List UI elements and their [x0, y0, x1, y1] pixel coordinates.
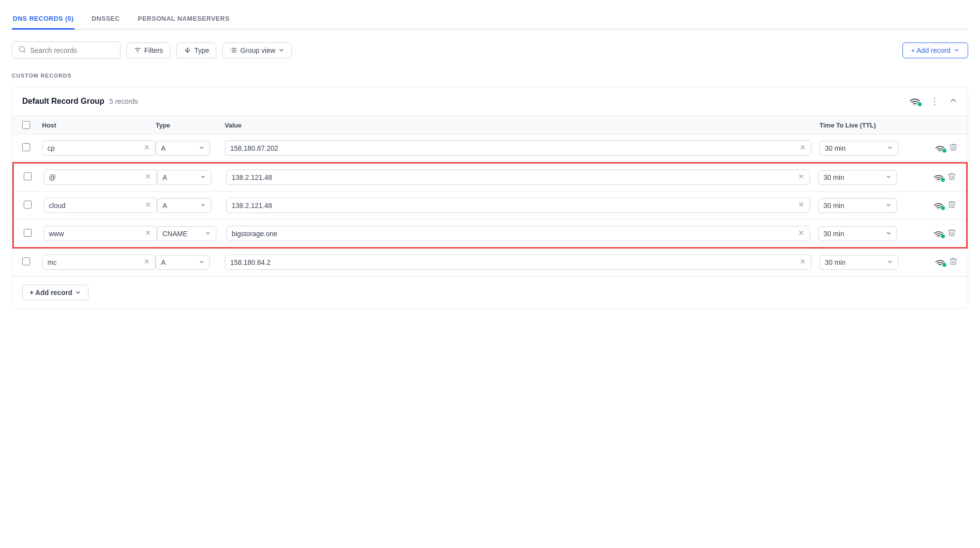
filters-icon — [134, 46, 141, 54]
ttl-chevron-icon-cloud — [886, 202, 892, 210]
record-group: Default Record Group 5 records ⋮ — [12, 86, 968, 309]
search-icon — [18, 45, 26, 55]
search-input[interactable] — [30, 46, 109, 54]
row-wifi-dot-cp — [942, 149, 946, 153]
add-record-button[interactable]: + Add record — [902, 42, 968, 58]
type-select-mc[interactable]: A — [156, 255, 210, 270]
host-field-cloud[interactable]: cloud — [43, 198, 157, 213]
filters-label: Filters — [144, 46, 163, 54]
select-all-checkbox[interactable] — [22, 121, 30, 129]
type-chevron-icon-at — [200, 173, 206, 181]
add-record-label: + Add record — [911, 46, 950, 54]
tab-dnssec[interactable]: DNSSEC — [90, 10, 121, 30]
row-wifi-icon-cloud — [934, 202, 943, 210]
group-title: Default Record Group — [22, 97, 104, 106]
row-checkbox-cp[interactable] — [22, 143, 30, 151]
col-value: Value — [225, 121, 819, 129]
value-field-cp[interactable]: 158.180.87.202 — [225, 140, 812, 156]
tab-dns-records[interactable]: DNS RECORDS (5) — [12, 10, 75, 30]
row-checkbox-cloud[interactable] — [24, 201, 32, 209]
clear-value-cloud-button[interactable] — [798, 201, 805, 210]
section-label: CUSTOM RECORDS — [12, 73, 968, 79]
type-select-cloud[interactable]: A — [157, 198, 211, 213]
ttl-chevron-icon-mc — [887, 258, 893, 266]
row-wifi-icon-www — [934, 230, 943, 238]
row-wifi-icon-at — [934, 173, 943, 181]
delete-button-at[interactable] — [947, 172, 956, 182]
table-row: cp A 158.180.87.202 — [12, 134, 968, 162]
type-chevron-icon-mc — [199, 258, 204, 266]
page-wrapper: DNS RECORDS (5) DNSSEC PERSONAL NAMESERV… — [0, 0, 980, 548]
delete-button-mc[interactable] — [949, 257, 958, 267]
clear-host-www-button[interactable] — [145, 229, 152, 238]
row-wifi-dot-www — [941, 234, 945, 238]
table-header: Host Type Value Time To Live (TTL) — [12, 116, 968, 134]
row-checkbox-mc[interactable] — [22, 257, 30, 265]
row-checkbox-at[interactable] — [24, 172, 32, 180]
clear-host-mc-button[interactable] — [143, 258, 150, 266]
ttl-select-mc[interactable]: 30 min — [819, 255, 898, 270]
row-actions-cloud — [917, 200, 956, 211]
table-row: mc A 158.180.84.2 — [12, 249, 968, 276]
group-status-dot — [918, 102, 922, 106]
add-record-small-label: + Add record — [30, 289, 72, 296]
type-select-www[interactable]: CNAME — [157, 226, 216, 241]
type-chevron-icon-cp — [199, 144, 204, 152]
host-field-cp[interactable]: cp — [42, 140, 156, 156]
ttl-select-cloud[interactable]: 30 min — [818, 198, 897, 213]
group-view-label: Group view — [240, 46, 275, 54]
toolbar: Filters Type Group view + Add record — [12, 42, 968, 59]
group-view-icon — [230, 46, 237, 54]
value-field-cloud[interactable]: 138.2.121.48 — [226, 198, 810, 213]
add-record-small-button[interactable]: + Add record — [22, 285, 88, 300]
value-field-mc[interactable]: 158.180.84.2 — [225, 254, 812, 270]
row-checkbox-www[interactable] — [24, 229, 32, 237]
row-wifi-icon-cp — [935, 144, 945, 152]
host-field-mc[interactable]: mc — [42, 254, 156, 270]
delete-button-cloud[interactable] — [947, 200, 956, 211]
clear-value-at-button[interactable] — [798, 173, 805, 181]
ttl-chevron-icon-at — [886, 173, 892, 181]
group-count: 5 records — [109, 97, 138, 105]
ttl-chevron-icon-cp — [887, 144, 893, 152]
row-actions-cp — [918, 143, 958, 153]
type-chevron-icon-www — [205, 230, 211, 238]
tab-personal-nameservers[interactable]: PERSONAL NAMESERVERS — [137, 10, 231, 30]
row-wifi-dot-mc — [942, 263, 946, 267]
delete-button-www[interactable] — [947, 228, 956, 239]
clear-value-cp-button[interactable] — [799, 144, 806, 152]
type-select-cp[interactable]: A — [156, 141, 210, 156]
add-record-footer: + Add record — [12, 276, 968, 308]
row-actions-mc — [918, 257, 958, 267]
col-ttl: Time To Live (TTL) — [819, 121, 918, 129]
type-select-at[interactable]: A — [157, 170, 211, 185]
delete-button-cp[interactable] — [949, 143, 958, 153]
clear-host-cp-button[interactable] — [143, 144, 150, 152]
clear-host-cloud-button[interactable] — [145, 201, 152, 210]
col-type: Type — [156, 121, 225, 129]
host-field-at[interactable]: @ — [43, 169, 157, 185]
search-box[interactable] — [12, 42, 121, 59]
row-wifi-dot-at — [941, 178, 945, 182]
ttl-select-at[interactable]: 30 min — [818, 170, 897, 185]
highlighted-rows-group: @ A 138.2.121. — [12, 162, 968, 249]
table-row: @ A 138.2.121. — [14, 164, 966, 191]
value-field-at[interactable]: 138.2.121.48 — [226, 169, 810, 185]
ttl-select-cp[interactable]: 30 min — [819, 141, 898, 156]
tabs-container: DNS RECORDS (5) DNSSEC PERSONAL NAMESERV… — [12, 10, 968, 30]
kebab-menu-button[interactable]: ⋮ — [927, 95, 942, 108]
host-field-www[interactable]: www — [43, 226, 157, 241]
clear-value-www-button[interactable] — [798, 229, 805, 238]
group-view-button[interactable]: Group view — [222, 42, 292, 58]
filters-button[interactable]: Filters — [126, 42, 170, 58]
clear-value-mc-button[interactable] — [799, 258, 806, 266]
clear-host-at-button[interactable] — [145, 173, 152, 181]
row-wifi-icon-mc — [935, 258, 945, 266]
add-record-chevron-icon — [953, 47, 960, 53]
table-row: cloud A 138.2. — [14, 191, 966, 219]
type-button[interactable]: Type — [176, 42, 216, 58]
value-field-www[interactable]: bigstorage.one — [226, 226, 810, 241]
group-header: Default Record Group 5 records ⋮ — [12, 87, 968, 116]
ttl-select-www[interactable]: 30 min — [818, 226, 897, 241]
collapse-button[interactable] — [949, 96, 958, 107]
